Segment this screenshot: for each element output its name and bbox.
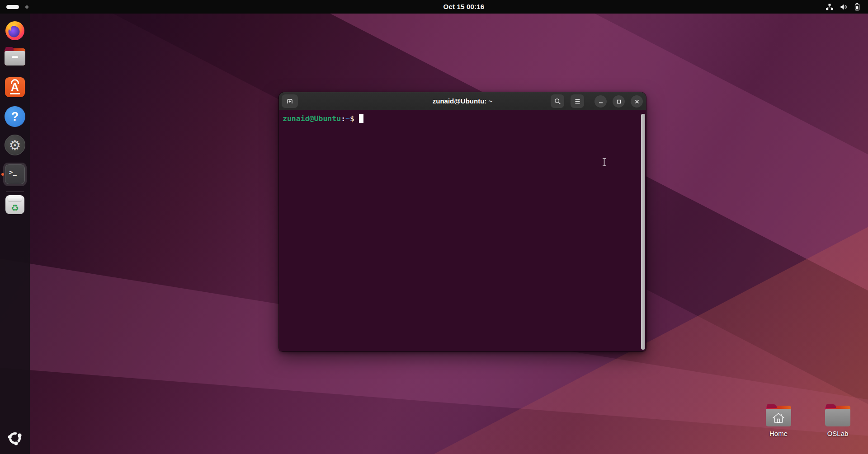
desktop-icon-label: Home	[756, 430, 801, 437]
ubuntu-logo-icon	[7, 430, 23, 446]
prompt-user-host: zunaid@Ubuntu	[283, 114, 341, 123]
mouse-ibeam-pointer	[601, 158, 607, 168]
hamburger-menu-icon	[574, 98, 581, 105]
dock-item-help[interactable]: ?	[0, 106, 30, 127]
prompt-symbol: $	[350, 114, 354, 123]
folder-icon	[825, 406, 850, 426]
top-bar: Oct 15 00:16	[0, 0, 868, 14]
dock-item-trash[interactable]: ♻	[0, 195, 30, 214]
trash-icon: ♻	[5, 195, 24, 214]
volume-icon	[840, 3, 848, 11]
terminal-glyph: >_	[9, 168, 17, 176]
question-glyph: ?	[11, 110, 19, 124]
terminal-body[interactable]: zunaid@Ubuntu:~$	[279, 110, 646, 351]
prompt-path: ~	[345, 114, 350, 123]
dock-item-ubuntu-software[interactable]: A	[0, 77, 30, 97]
system-status-area[interactable]	[826, 0, 861, 14]
workspace-pill-indicator[interactable]	[6, 5, 19, 9]
terminal-scrollbar[interactable]	[641, 114, 645, 350]
dock-item-show-apps[interactable]	[0, 430, 30, 446]
desktop-icon-label: OSLab	[815, 430, 860, 437]
gear-icon: ⚙	[5, 135, 25, 155]
network-wired-icon	[826, 3, 834, 11]
maximize-button[interactable]	[613, 95, 625, 108]
software-letter: A	[11, 82, 19, 97]
files-folder-icon	[5, 48, 25, 66]
dock: A ? ⚙ >_ ♻	[0, 14, 30, 454]
minimize-button[interactable]	[594, 95, 607, 108]
terminal-icon: >_	[5, 164, 25, 184]
bag-handle	[11, 79, 19, 84]
menu-button[interactable]	[571, 94, 584, 108]
close-button[interactable]	[631, 95, 643, 108]
desktop-icon-home[interactable]: Home	[756, 406, 801, 437]
battery-icon	[854, 3, 861, 11]
minimize-icon	[598, 98, 604, 105]
recycle-glyph: ♻	[11, 203, 19, 214]
workspace-dot-indicator[interactable]	[25, 5, 28, 9]
new-tab-icon	[286, 97, 294, 105]
software-baseline	[10, 93, 20, 94]
help-icon: ?	[5, 106, 25, 127]
prompt-separator: :	[341, 114, 345, 123]
dock-item-files[interactable]	[0, 48, 30, 66]
dock-separator	[6, 192, 24, 192]
desktop-icon-oslab[interactable]: OSLab	[815, 406, 860, 437]
terminal-cursor	[359, 114, 363, 123]
terminal-window: zunaid@Ubuntu: ~	[279, 92, 646, 351]
software-bag-icon: A	[5, 77, 25, 97]
clock[interactable]: Oct 15 00:16	[443, 0, 485, 14]
new-tab-button[interactable]	[282, 94, 298, 108]
window-title: zunaid@Ubuntu: ~	[279, 92, 646, 110]
dock-item-firefox[interactable]	[0, 19, 30, 41]
gear-glyph: ⚙	[9, 137, 21, 153]
running-indicator-dot	[1, 173, 4, 176]
shell-prompt: zunaid@Ubuntu:~$	[283, 114, 363, 123]
search-icon	[554, 98, 561, 105]
close-icon	[634, 98, 640, 105]
trash-lid	[8, 197, 22, 201]
home-folder-icon	[766, 406, 791, 426]
search-button[interactable]	[551, 94, 564, 108]
dock-item-terminal[interactable]: >_	[0, 163, 30, 186]
firefox-icon	[4, 19, 26, 41]
house-icon	[771, 411, 786, 425]
maximize-icon	[616, 98, 622, 105]
dock-item-settings[interactable]: ⚙	[0, 135, 30, 155]
terminal-titlebar[interactable]: zunaid@Ubuntu: ~	[279, 92, 646, 110]
